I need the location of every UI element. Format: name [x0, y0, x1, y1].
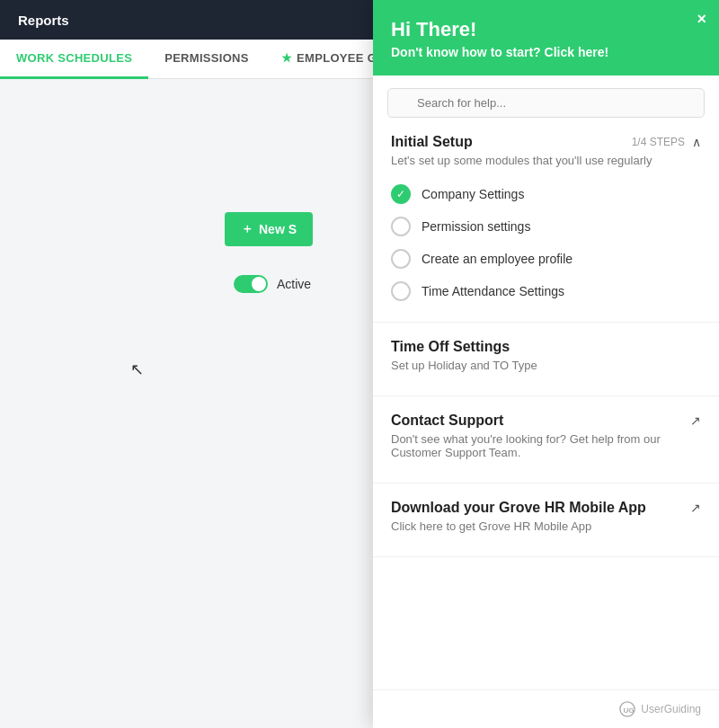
search-container: 🔍 [373, 75, 719, 118]
time-off-title: Time Off Settings [391, 339, 510, 355]
checklist: ✓ Company Settings Permission settings C… [391, 178, 701, 307]
list-item[interactable]: ✓ Company Settings [391, 178, 701, 210]
time-off-section: Time Off Settings Set up Holiday and TO … [373, 323, 719, 396]
panel-footer: UG UserGuiding [373, 689, 719, 728]
mobile-app-header: Download your Grove HR Mobile App ↗ [391, 500, 701, 516]
search-input[interactable] [387, 88, 705, 118]
initial-setup-title: Initial Setup [391, 134, 473, 150]
contact-support-header: Contact Support ↗ [391, 413, 701, 429]
check-item-label: Create an employee profile [422, 252, 573, 266]
panel-subtitle: Don't know how to start? Click here! [391, 45, 701, 59]
tab-permissions-label: PERMISSIONS [164, 51, 249, 65]
list-item[interactable]: Time Attendance Settings [391, 275, 701, 307]
close-panel-button[interactable]: × [697, 11, 706, 27]
tab-work-schedules-label: WORK SCHEDULES [16, 51, 132, 65]
active-toggle[interactable] [234, 275, 268, 293]
initial-setup-section: Initial Setup 1/4 STEPS ∧ Let's set up s… [373, 118, 719, 323]
check-item-label: Permission settings [422, 219, 530, 234]
new-schedule-button[interactable]: ＋ New S [225, 212, 313, 246]
userguiding-label: UserGuiding [641, 703, 701, 715]
main-area: ＋ New S Active ↖ [0, 79, 373, 728]
mobile-app-section: Download your Grove HR Mobile App ↗ Clic… [373, 484, 719, 557]
star-icon: ★ [281, 51, 292, 65]
panel-greeting: Hi There! [391, 18, 701, 41]
chevron-up-icon[interactable]: ∧ [692, 135, 701, 149]
new-schedule-label: New S [259, 222, 297, 236]
search-wrapper: 🔍 [387, 88, 705, 118]
check-circle-empty [391, 249, 411, 269]
active-label: Active [277, 277, 311, 291]
check-circle-empty [391, 217, 411, 236]
app-title: Reports [18, 13, 69, 28]
svg-text:UG: UG [624, 706, 635, 715]
contact-support-desc: Don't see what you're looking for? Get h… [391, 432, 701, 459]
initial-setup-header: Initial Setup 1/4 STEPS ∧ [391, 134, 701, 150]
initial-setup-desc: Let's set up some modules that you'll us… [391, 154, 701, 167]
check-circle-done: ✓ [391, 184, 411, 204]
tab-permissions[interactable]: PERMISSIONS [148, 40, 265, 79]
time-off-header: Time Off Settings [391, 339, 701, 355]
tab-work-schedules[interactable]: WORK SCHEDULES [0, 40, 148, 79]
check-item-label: Company Settings [422, 187, 524, 201]
panel-body: Initial Setup 1/4 STEPS ∧ Let's set up s… [373, 118, 719, 689]
steps-label: 1/4 STEPS [632, 136, 685, 148]
contact-support-title: Contact Support [391, 413, 503, 429]
help-panel: Hi There! Don't know how to start? Click… [373, 0, 719, 728]
list-item[interactable]: Create an employee profile [391, 243, 701, 275]
check-item-label: Time Attendance Settings [422, 284, 564, 298]
plus-icon: ＋ [241, 221, 253, 237]
check-circle-empty [391, 281, 411, 301]
userguiding-icon: UG [619, 701, 635, 717]
panel-header: Hi There! Don't know how to start? Click… [373, 0, 719, 75]
mobile-app-title: Download your Grove HR Mobile App [391, 500, 646, 516]
contact-support-section: Contact Support ↗ Don't see what you're … [373, 396, 719, 484]
cursor: ↖ [130, 360, 144, 379]
external-link-icon[interactable]: ↗ [690, 501, 701, 515]
list-item[interactable]: Permission settings [391, 210, 701, 243]
external-link-icon[interactable]: ↗ [690, 413, 701, 428]
time-off-desc: Set up Holiday and TO Type [391, 359, 701, 372]
mobile-app-desc: Click here to get Grove HR Mobile App [391, 519, 701, 533]
active-toggle-area: Active [234, 275, 311, 293]
